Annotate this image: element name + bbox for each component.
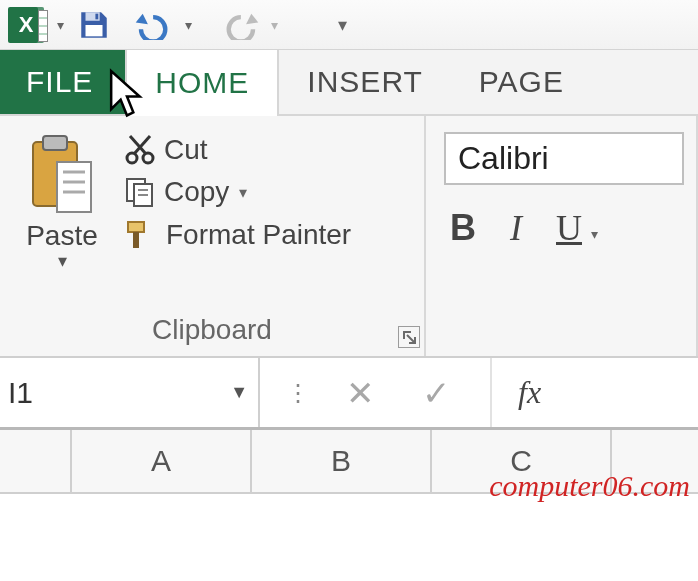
watermark: computer06.com [489,469,690,503]
ribbon-home: Paste ▾ Cut [0,116,698,358]
qat-dropdown-icon[interactable]: ▾ [48,17,72,33]
clipboard-launcher-icon[interactable] [398,326,420,348]
scissors-icon [124,134,156,166]
tab-home[interactable]: HOME [125,50,279,116]
formula-bar-row: I1 ▼ ⋮ ✕ ✓ fx [0,358,698,430]
redo-icon[interactable] [220,5,260,45]
copy-button[interactable]: Copy ▾ [120,174,412,210]
svg-rect-18 [133,232,139,248]
redo-dropdown-icon[interactable]: ▾ [262,17,286,33]
copy-dropdown-icon[interactable]: ▾ [239,183,247,202]
copy-icon [124,176,156,208]
column-header[interactable]: A [72,430,252,492]
enter-formula-button[interactable]: ✓ [408,373,464,413]
svg-rect-2 [95,13,98,19]
svg-rect-1 [86,25,103,36]
undo-dropdown-icon[interactable]: ▾ [176,17,200,33]
name-box[interactable]: I1 ▼ [0,358,260,427]
group-label-clipboard: Clipboard [12,314,412,352]
paste-icon [27,132,97,218]
paste-button[interactable]: Paste ▾ [12,124,112,314]
svg-rect-17 [128,222,144,232]
tab-file[interactable]: FILE [0,50,125,114]
group-font: Calibri B I U ▾ [426,116,698,356]
ribbon-tabs: FILE HOME INSERT PAGE [0,50,698,116]
insert-function-button[interactable]: fx [492,374,541,411]
group-clipboard: Paste ▾ Cut [0,116,426,356]
grip-icon: ⋮ [286,379,312,407]
svg-rect-4 [43,136,67,150]
svg-rect-5 [57,162,91,212]
paintbrush-icon [124,218,158,252]
tab-insert[interactable]: INSERT [279,50,450,114]
undo-icon[interactable] [134,5,174,45]
cancel-formula-button[interactable]: ✕ [332,373,388,413]
tab-page-layout[interactable]: PAGE [451,50,592,114]
font-name-select[interactable]: Calibri [444,132,684,185]
underline-button[interactable]: U ▾ [556,207,582,249]
customize-qat-icon[interactable]: ▾ [330,14,354,36]
column-header[interactable]: B [252,430,432,492]
bold-button[interactable]: B [450,207,476,249]
save-icon[interactable] [74,5,114,45]
quick-access-toolbar: X ▾ ▾ ▾ ▾ [0,0,698,50]
name-box-dropdown-icon[interactable]: ▼ [230,382,248,403]
select-all-corner[interactable] [0,430,72,492]
italic-button[interactable]: I [510,207,522,249]
underline-dropdown-icon[interactable]: ▾ [591,226,598,243]
format-painter-button[interactable]: Format Painter [120,216,412,254]
cut-button[interactable]: Cut [120,132,412,168]
paste-dropdown-icon[interactable]: ▾ [58,250,67,272]
excel-logo: X [6,5,46,45]
